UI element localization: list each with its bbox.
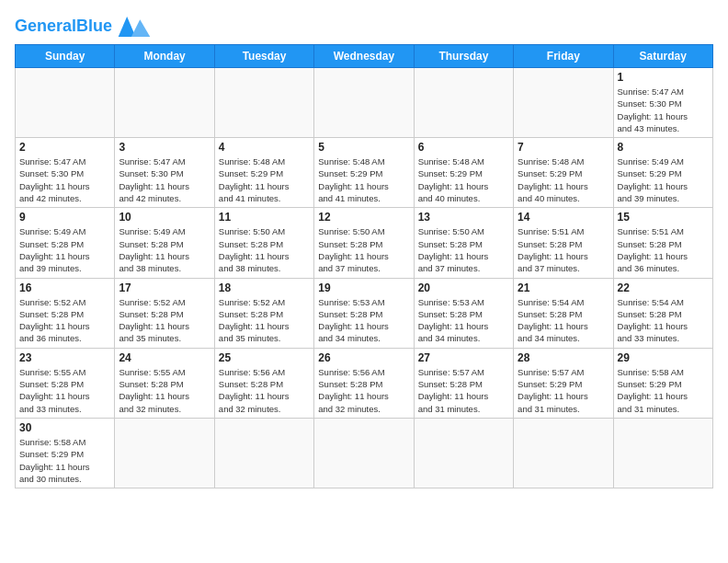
- day-of-week-header: Saturday: [613, 45, 712, 68]
- day-number: 11: [219, 211, 310, 224]
- calendar-day-cell: 17Sunrise: 5:52 AM Sunset: 5:28 PM Dayli…: [115, 278, 214, 348]
- calendar-week-row: 30Sunrise: 5:58 AM Sunset: 5:29 PM Dayli…: [16, 418, 713, 488]
- day-number: 2: [19, 141, 110, 154]
- day-number: 8: [618, 141, 709, 154]
- calendar-day-cell: [414, 418, 513, 488]
- day-number: 26: [318, 351, 409, 364]
- day-info: Sunrise: 5:48 AM Sunset: 5:29 PM Dayligh…: [418, 155, 509, 204]
- day-info: Sunrise: 5:47 AM Sunset: 5:30 PM Dayligh…: [119, 155, 210, 204]
- calendar-week-row: 23Sunrise: 5:55 AM Sunset: 5:28 PM Dayli…: [16, 348, 713, 418]
- calendar-day-cell: 28Sunrise: 5:57 AM Sunset: 5:29 PM Dayli…: [514, 348, 613, 418]
- day-info: Sunrise: 5:49 AM Sunset: 5:29 PM Dayligh…: [618, 155, 709, 204]
- day-number: 14: [518, 211, 609, 224]
- day-info: Sunrise: 5:56 AM Sunset: 5:28 PM Dayligh…: [318, 366, 409, 415]
- calendar-week-row: 2Sunrise: 5:47 AM Sunset: 5:30 PM Daylig…: [16, 138, 713, 208]
- day-info: Sunrise: 5:47 AM Sunset: 5:30 PM Dayligh…: [618, 86, 709, 134]
- day-number: 30: [19, 421, 110, 434]
- calendar-day-cell: 24Sunrise: 5:55 AM Sunset: 5:28 PM Dayli…: [115, 348, 214, 418]
- calendar-day-cell: 30Sunrise: 5:58 AM Sunset: 5:29 PM Dayli…: [16, 418, 115, 488]
- calendar-table: SundayMondayTuesdayWednesdayThursdayFrid…: [15, 44, 713, 488]
- day-number: 17: [119, 282, 210, 294]
- day-info: Sunrise: 5:51 AM Sunset: 5:28 PM Dayligh…: [518, 225, 609, 274]
- calendar-day-cell: 21Sunrise: 5:54 AM Sunset: 5:28 PM Dayli…: [514, 278, 613, 348]
- logo-text: GeneralBlue: [15, 17, 112, 34]
- calendar-day-cell: [514, 418, 613, 488]
- day-number: 4: [219, 141, 310, 154]
- day-number: 7: [518, 141, 609, 154]
- day-number: 1: [618, 71, 709, 84]
- day-info: Sunrise: 5:57 AM Sunset: 5:29 PM Dayligh…: [518, 366, 609, 415]
- day-number: 27: [418, 351, 509, 364]
- day-info: Sunrise: 5:50 AM Sunset: 5:28 PM Dayligh…: [418, 225, 509, 274]
- calendar-day-cell: [214, 418, 313, 488]
- day-of-week-header: Wednesday: [314, 45, 414, 68]
- day-number: 28: [518, 351, 609, 364]
- calendar-day-cell: 15Sunrise: 5:51 AM Sunset: 5:28 PM Dayli…: [613, 208, 712, 278]
- day-info: Sunrise: 5:55 AM Sunset: 5:28 PM Dayligh…: [119, 366, 210, 415]
- calendar-day-cell: [514, 68, 613, 138]
- calendar-week-row: 16Sunrise: 5:52 AM Sunset: 5:28 PM Dayli…: [16, 278, 713, 348]
- day-info: Sunrise: 5:53 AM Sunset: 5:28 PM Dayligh…: [318, 296, 409, 345]
- day-info: Sunrise: 5:57 AM Sunset: 5:28 PM Dayligh…: [418, 366, 509, 415]
- day-info: Sunrise: 5:52 AM Sunset: 5:28 PM Dayligh…: [19, 296, 110, 345]
- calendar-day-cell: 14Sunrise: 5:51 AM Sunset: 5:28 PM Dayli…: [514, 208, 613, 278]
- day-number: 5: [318, 141, 409, 154]
- day-info: Sunrise: 5:48 AM Sunset: 5:29 PM Dayligh…: [318, 155, 409, 204]
- logo-blue: Blue: [76, 17, 112, 35]
- calendar-day-cell: 29Sunrise: 5:58 AM Sunset: 5:29 PM Dayli…: [613, 348, 712, 418]
- day-info: Sunrise: 5:53 AM Sunset: 5:28 PM Dayligh…: [418, 296, 509, 345]
- day-info: Sunrise: 5:52 AM Sunset: 5:28 PM Dayligh…: [219, 296, 310, 345]
- calendar-day-cell: [314, 418, 414, 488]
- calendar-header-row: SundayMondayTuesdayWednesdayThursdayFrid…: [16, 45, 713, 68]
- day-number: 24: [119, 351, 210, 364]
- day-info: Sunrise: 5:55 AM Sunset: 5:28 PM Dayligh…: [19, 366, 110, 415]
- day-info: Sunrise: 5:49 AM Sunset: 5:28 PM Dayligh…: [119, 225, 210, 274]
- calendar-day-cell: 6Sunrise: 5:48 AM Sunset: 5:29 PM Daylig…: [414, 138, 513, 208]
- day-number: 6: [418, 141, 509, 154]
- day-number: 21: [518, 282, 609, 294]
- calendar-day-cell: [16, 68, 115, 138]
- calendar-day-cell: 2Sunrise: 5:47 AM Sunset: 5:30 PM Daylig…: [16, 138, 115, 208]
- day-info: Sunrise: 5:50 AM Sunset: 5:28 PM Dayligh…: [219, 225, 310, 274]
- calendar-day-cell: 25Sunrise: 5:56 AM Sunset: 5:28 PM Dayli…: [214, 348, 313, 418]
- day-number: 13: [418, 211, 509, 224]
- day-info: Sunrise: 5:54 AM Sunset: 5:28 PM Dayligh…: [518, 296, 609, 345]
- calendar-day-cell: 4Sunrise: 5:48 AM Sunset: 5:29 PM Daylig…: [214, 138, 313, 208]
- calendar-day-cell: 26Sunrise: 5:56 AM Sunset: 5:28 PM Dayli…: [314, 348, 414, 418]
- calendar-day-cell: 13Sunrise: 5:50 AM Sunset: 5:28 PM Dayli…: [414, 208, 513, 278]
- calendar-day-cell: 8Sunrise: 5:49 AM Sunset: 5:29 PM Daylig…: [613, 138, 712, 208]
- logo-icon: [116, 17, 153, 37]
- day-of-week-header: Monday: [115, 45, 214, 68]
- logo-general: General: [15, 17, 76, 35]
- calendar-day-cell: [613, 418, 712, 488]
- day-of-week-header: Sunday: [16, 45, 115, 68]
- day-number: 23: [19, 351, 110, 364]
- calendar-day-cell: [214, 68, 313, 138]
- logo: GeneralBlue: [15, 15, 153, 37]
- calendar-day-cell: [414, 68, 513, 138]
- day-number: 18: [219, 282, 310, 294]
- calendar-day-cell: 20Sunrise: 5:53 AM Sunset: 5:28 PM Dayli…: [414, 278, 513, 348]
- day-number: 25: [219, 351, 310, 364]
- calendar-day-cell: [314, 68, 414, 138]
- day-info: Sunrise: 5:56 AM Sunset: 5:28 PM Dayligh…: [219, 366, 310, 415]
- day-number: 12: [318, 211, 409, 224]
- day-info: Sunrise: 5:50 AM Sunset: 5:28 PM Dayligh…: [318, 225, 409, 274]
- day-number: 20: [418, 282, 509, 294]
- calendar-day-cell: 16Sunrise: 5:52 AM Sunset: 5:28 PM Dayli…: [16, 278, 115, 348]
- calendar-day-cell: 22Sunrise: 5:54 AM Sunset: 5:28 PM Dayli…: [613, 278, 712, 348]
- calendar-day-cell: [115, 68, 214, 138]
- calendar-day-cell: 19Sunrise: 5:53 AM Sunset: 5:28 PM Dayli…: [314, 278, 414, 348]
- calendar-day-cell: 5Sunrise: 5:48 AM Sunset: 5:29 PM Daylig…: [314, 138, 414, 208]
- calendar-day-cell: 9Sunrise: 5:49 AM Sunset: 5:28 PM Daylig…: [16, 208, 115, 278]
- day-info: Sunrise: 5:52 AM Sunset: 5:28 PM Dayligh…: [119, 296, 210, 345]
- calendar-day-cell: 3Sunrise: 5:47 AM Sunset: 5:30 PM Daylig…: [115, 138, 214, 208]
- day-of-week-header: Thursday: [414, 45, 513, 68]
- day-number: 15: [618, 211, 709, 224]
- day-info: Sunrise: 5:54 AM Sunset: 5:28 PM Dayligh…: [618, 296, 709, 345]
- calendar-day-cell: 23Sunrise: 5:55 AM Sunset: 5:28 PM Dayli…: [16, 348, 115, 418]
- day-info: Sunrise: 5:48 AM Sunset: 5:29 PM Dayligh…: [518, 155, 609, 204]
- calendar-week-row: 1Sunrise: 5:47 AM Sunset: 5:30 PM Daylig…: [16, 68, 713, 138]
- day-number: 19: [318, 282, 409, 294]
- day-info: Sunrise: 5:51 AM Sunset: 5:28 PM Dayligh…: [618, 225, 709, 274]
